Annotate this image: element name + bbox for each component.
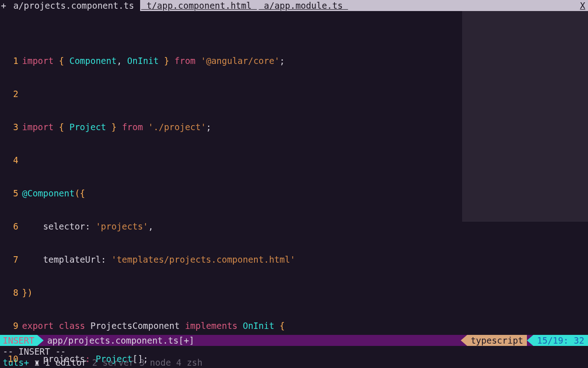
tab-app-module[interactable]: a/app.module.ts xyxy=(258,0,349,11)
code-line: projects: Project[]; xyxy=(22,353,588,364)
line-number: 5 xyxy=(0,188,22,199)
code-line: }) xyxy=(22,287,588,298)
tab-projects-component[interactable]: a/projects.component.ts xyxy=(7,0,140,11)
code-editor[interactable]: 1import { Component, OnInit } from '@ang… xyxy=(0,11,588,335)
line-number: 7 xyxy=(0,254,22,265)
line-number: 9 xyxy=(0,320,22,331)
line-number: 3 xyxy=(0,121,22,132)
tab-app-component-html[interactable]: t/app.component.html xyxy=(140,0,258,11)
buffer-tabbar: + a/projects.component.ts t/app.componen… xyxy=(0,0,588,11)
code-line: selector: 'projects', xyxy=(22,221,588,232)
code-line: export class ProjectsComponent implement… xyxy=(22,320,588,331)
code-line: templateUrl: 'templates/projects.compone… xyxy=(22,254,588,265)
line-number: 10 xyxy=(0,353,22,364)
scrollbar-region[interactable] xyxy=(462,11,588,222)
line-number: 2 xyxy=(0,88,22,99)
line-number: 4 xyxy=(0,155,22,166)
line-number: 8 xyxy=(0,287,22,298)
tab-close-icon[interactable]: X xyxy=(580,0,588,11)
tab-plus[interactable]: + xyxy=(0,0,7,11)
line-number: 6 xyxy=(0,221,22,232)
line-number: 1 xyxy=(0,55,22,66)
